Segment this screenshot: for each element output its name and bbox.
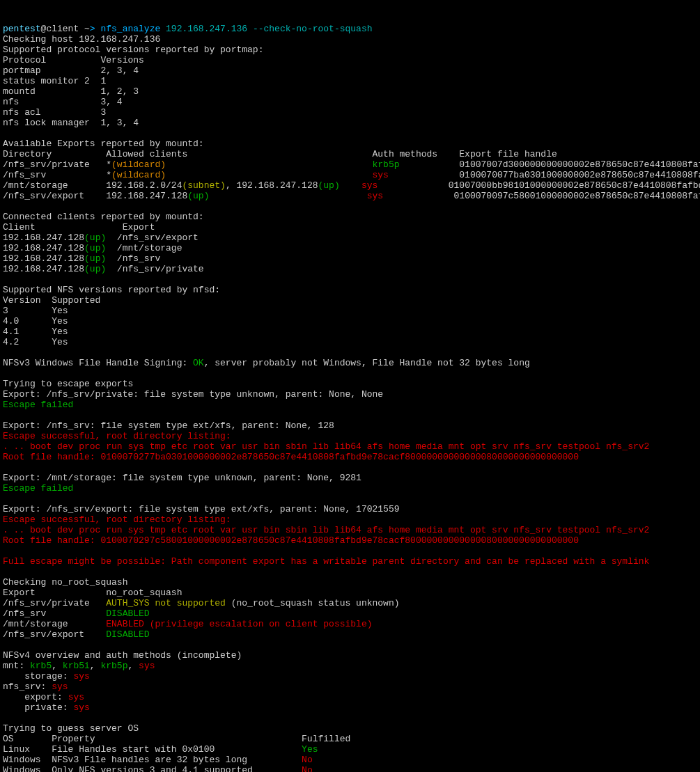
terminal-output: pentest@client ~> nfs_analyze 192.168.24…: [3, 24, 697, 772]
